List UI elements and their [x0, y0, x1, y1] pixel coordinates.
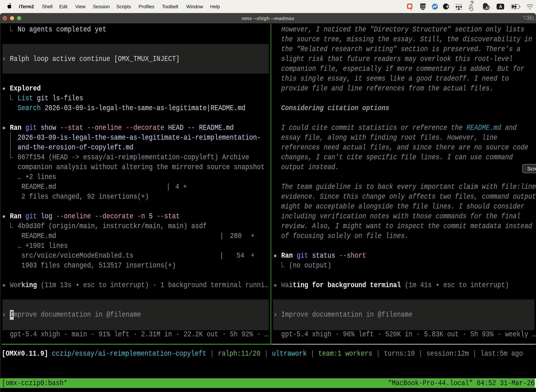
svg-text:1: 1 [532, 16, 534, 21]
svg-text:..61: ..61 [483, 6, 490, 10]
svg-text:A: A [499, 4, 502, 9]
